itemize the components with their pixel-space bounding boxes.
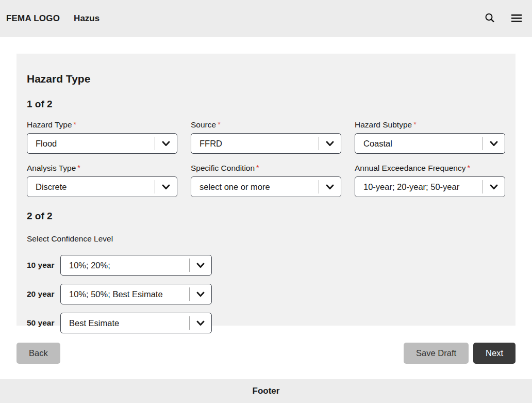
confidence-row-50-year: 50 year Best Esimate (27, 313, 505, 333)
header-actions (481, 10, 526, 27)
label-text: Annual Exceedance Frequency (355, 164, 466, 172)
chevron-down-icon[interactable] (319, 181, 341, 192)
selected-value: 10%; 20%; (61, 261, 189, 270)
required-asterisk: * (467, 164, 470, 172)
required-asterisk: * (74, 120, 76, 128)
footer-text: Footer (253, 386, 280, 396)
chevron-down-icon[interactable] (190, 317, 211, 329)
row-label: 20 year (27, 289, 60, 299)
confidence-20-year-select[interactable]: 10%; 50%; Best Esimate (60, 284, 212, 304)
field-label: Hazard Type* (27, 120, 177, 130)
field-label: Source* (191, 120, 341, 130)
fema-logo: FEMA LOGO (6, 13, 60, 24)
row-label: 50 year (27, 318, 60, 328)
save-draft-button[interactable]: Save Draft (404, 343, 469, 364)
selected-value: FFRD (191, 139, 319, 149)
required-asterisk: * (218, 120, 220, 128)
field-source: Source* FFRD (191, 120, 341, 154)
label-text: Specific Condition (191, 164, 255, 172)
selected-value: select one or more (191, 182, 319, 192)
menu-button[interactable] (508, 10, 525, 27)
required-asterisk: * (413, 120, 416, 128)
field-analysis-type: Analysis Type* Discrete (27, 164, 177, 197)
selected-value: Coastal (355, 139, 483, 149)
section-1-heading: 1 of 2 (27, 99, 505, 110)
section-2-heading: 2 of 2 (27, 211, 505, 222)
app-title: Hazus (74, 13, 99, 24)
back-button[interactable]: Back (16, 343, 60, 364)
confidence-row-10-year: 10 year 10%; 20%; (27, 255, 505, 276)
field-specific-condition: Specific Condition* select one or more (191, 164, 341, 197)
label-text: Analysis Type (27, 164, 76, 172)
field-annual-exceedance-frequency: Annual Exceedance Frequency* 10-year; 20… (355, 164, 505, 197)
label-text: Hazard Type (27, 120, 72, 129)
confidence-level-label: Select Confidence Level (27, 234, 505, 244)
chevron-down-icon[interactable] (483, 138, 505, 149)
analysis-type-select[interactable]: Discrete (27, 176, 177, 197)
chevron-down-icon[interactable] (190, 260, 211, 271)
chevron-down-icon[interactable] (190, 288, 211, 300)
confidence-10-year-select[interactable]: 10%; 20%; (60, 255, 212, 276)
field-hazard-type: Hazard Type* Flood (27, 120, 177, 154)
search-icon (484, 12, 496, 26)
chevron-down-icon[interactable] (483, 181, 505, 192)
hazard-type-select[interactable]: Flood (27, 133, 177, 154)
page-title: Hazard Type (27, 73, 505, 85)
selected-value: 10%; 50%; Best Esimate (61, 289, 189, 299)
chevron-down-icon[interactable] (155, 181, 177, 192)
hazard-type-card: Hazard Type 1 of 2 Hazard Type* Flood So… (16, 54, 516, 326)
field-label: Specific Condition* (191, 164, 341, 173)
chevron-down-icon[interactable] (319, 138, 341, 149)
source-select[interactable]: FFRD (191, 133, 341, 154)
page-footer: Footer (0, 379, 532, 403)
confidence-row-20-year: 20 year 10%; 50%; Best Esimate (27, 284, 505, 304)
selected-value: 10-year; 20-year; 50-year (355, 182, 483, 192)
annual-exceedance-frequency-select[interactable]: 10-year; 20-year; 50-year (355, 176, 505, 197)
row-label: 10 year (27, 261, 60, 270)
search-button[interactable] (481, 10, 498, 27)
selected-value: Discrete (27, 182, 155, 192)
specific-condition-select[interactable]: select one or more (191, 176, 341, 197)
chevron-down-icon[interactable] (155, 138, 177, 149)
hazard-subtype-select[interactable]: Coastal (355, 133, 505, 154)
field-label: Hazard Subtype* (355, 120, 505, 130)
form-actions: Back Save Draft Next (16, 343, 516, 364)
next-button[interactable]: Next (473, 343, 516, 364)
label-text: Source (191, 120, 216, 129)
selected-value: Best Esimate (61, 318, 189, 328)
required-asterisk: * (256, 164, 259, 172)
confidence-50-year-select[interactable]: Best Esimate (60, 313, 212, 333)
required-asterisk: * (77, 164, 80, 172)
selected-value: Flood (27, 139, 155, 149)
label-text: Hazard Subtype (355, 120, 412, 129)
field-label: Analysis Type* (27, 164, 177, 173)
section-1-fields: Hazard Type* Flood Source* FFRD Haza (27, 120, 505, 197)
field-label: Annual Exceedance Frequency* (355, 164, 505, 173)
field-hazard-subtype: Hazard Subtype* Coastal (355, 120, 505, 154)
app-header: FEMA LOGO Hazus (0, 0, 532, 37)
menu-icon (510, 12, 523, 26)
